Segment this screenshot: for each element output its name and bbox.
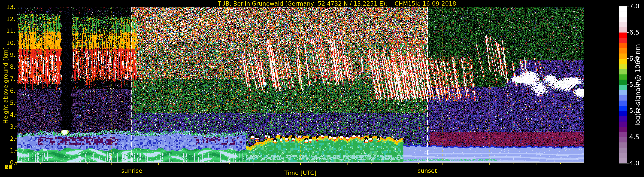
y-tick-label: 13. [0, 4, 16, 10]
y-tick-label: 10. [0, 40, 16, 46]
y-tick-label: 8. [0, 63, 16, 70]
y-tick-label: 6. [0, 87, 16, 94]
colorbar-tick-label: 5.0 [629, 107, 644, 114]
colorbar-tick-label: 4.0 [629, 159, 644, 167]
colorbar-tick-label: 6.5 [629, 29, 644, 36]
sunset-annotation-label: sunset [410, 167, 444, 174]
ceilometer-quicklook-plot: TUB: Berlin Grunewald (Germany; 52.4732 … [0, 0, 644, 177]
y-tick-label: 11. [0, 28, 16, 34]
y-tick-label: 9. [0, 52, 16, 58]
y-tick-label: 1. [0, 147, 16, 154]
colorbar-tick-label: 4.5 [629, 133, 644, 141]
y-tick-label: 3. [0, 123, 16, 130]
axes-overlay-canvas [0, 0, 644, 177]
colorbar-tick-label: 6.0 [629, 55, 644, 62]
y-tick-label: 2. [0, 135, 16, 142]
y-tick-label: 5. [0, 99, 16, 106]
x-axis-title: Time [UTC] [17, 169, 584, 176]
sunrise-annotation-label: sunrise [114, 167, 149, 174]
y-tick-label: 4. [0, 111, 16, 118]
x-tick-label: 24 [0, 164, 17, 170]
y-tick-label: 12. [0, 16, 16, 22]
y-tick-label: 7. [0, 75, 16, 82]
colorbar-tick-label: 7.0 [629, 2, 644, 10]
colorbar-tick-label: 5.5 [629, 81, 644, 89]
plot-title: TUB: Berlin Grunewald (Germany; 52.4732 … [17, 0, 620, 7]
